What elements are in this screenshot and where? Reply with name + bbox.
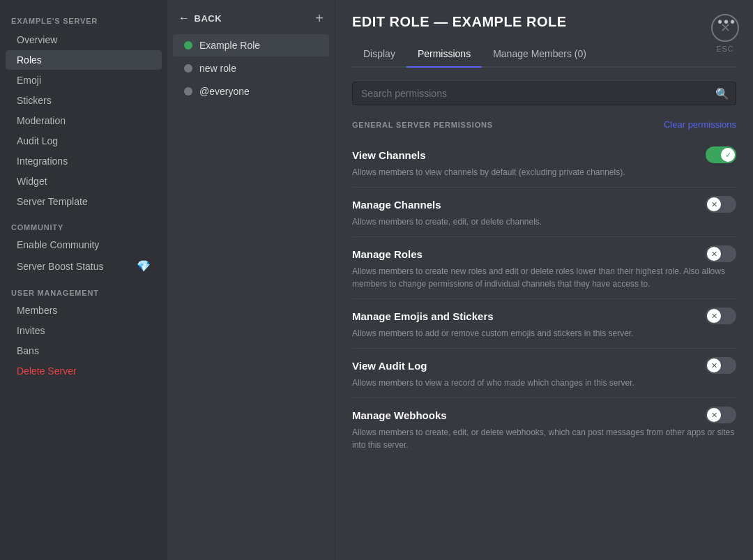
section-title: General Server Permissions [352,121,493,129]
role-name: Example Role [199,40,260,51]
check-icon: ✓ [725,151,731,160]
x-icon: ✕ [711,250,717,259]
sidebar-item-enable-community[interactable]: Enable Community [6,235,162,255]
sidebar-item-members[interactable]: Members [6,301,162,320]
boost-icon: 💎 [137,259,151,273]
perm-row-manage-roles: Manage Roles ✕ Allows members to create … [352,237,736,299]
search-box: 🔍 [352,82,736,105]
role-dot [184,64,192,73]
server-name: Example's Server [0,11,167,29]
sidebar-item-server-boost[interactable]: Server Boost Status 💎 [6,255,162,277]
perm-desc: Allows members to add or remove custom e… [352,327,736,340]
sidebar-item-audit-log[interactable]: Audit Log [6,131,162,151]
perm-desc: Allows members to create new roles and e… [352,265,736,290]
toggle-manage-channels[interactable]: ✕ [706,196,736,213]
middle-panel: ← Back + Example Role new role @everyone [167,0,335,560]
role-dot [184,87,192,96]
role-dot [184,41,192,50]
perm-desc: Allows members to view a record of who m… [352,377,736,389]
middle-header: ← Back + [167,0,335,33]
add-role-button[interactable]: + [315,11,324,25]
perm-top: Manage Emojis and Stickers ✕ [352,308,736,324]
toggle-manage-roles[interactable]: ✕ [706,245,736,262]
role-name: @everyone [199,86,250,97]
main-content: Edit Role — Example Role ••• Display Per… [335,0,753,560]
toggle-knob: ✕ [707,197,721,211]
toggle-knob: ✕ [707,247,721,261]
sidebar-item-invites[interactable]: Invites [6,321,162,340]
sidebar-item-bans[interactable]: Bans [6,341,162,361]
x-icon: ✕ [711,361,717,370]
back-button[interactable]: ← Back [178,12,222,24]
esc-button[interactable]: ✕ ESC [711,14,739,53]
tab-display[interactable]: Display [352,41,406,68]
toggle-manage-webhooks[interactable]: ✕ [706,407,736,423]
perm-name: Manage Channels [352,199,441,211]
toggle-view-channels[interactable]: ✓ [706,146,736,163]
esc-circle: ✕ [711,14,739,42]
sidebar-item-emoji[interactable]: Emoji [6,70,162,90]
sidebar-item-roles[interactable]: Roles [6,50,162,70]
edit-role-title: Edit Role — Example Role [352,14,567,30]
perm-top: View Channels ✓ [352,146,736,163]
toggle-knob: ✕ [707,408,721,422]
sidebar-item-stickers[interactable]: Stickers [6,91,162,110]
toggle-manage-emojis[interactable]: ✕ [706,308,736,324]
toggle-knob: ✕ [707,358,721,372]
perm-row-view-audit-log: View Audit Log ✕ Allows members to view … [352,349,736,398]
sidebar-item-moderation[interactable]: Moderation [6,111,162,130]
main-header: Edit Role — Example Role ••• [352,14,736,30]
perm-name: Manage Roles [352,248,423,260]
user-management-section-label: User Management [0,278,167,300]
sidebar-item-server-template[interactable]: Server Template [6,192,162,211]
perm-name: Manage Emojis and Stickers [352,310,494,322]
permissions-section: General Server Permissions Clear permiss… [352,119,736,460]
role-item-everyone[interactable]: @everyone [173,80,329,103]
perm-top: View Audit Log ✕ [352,357,736,374]
toggle-knob: ✓ [721,148,735,162]
perm-row-manage-webhooks: Manage Webhooks ✕ Allows members to crea… [352,398,736,460]
sidebar: Example's Server Overview Roles Emoji St… [0,0,167,560]
perm-top: Manage Webhooks ✕ [352,407,736,423]
tabs: Display Permissions Manage Members (0) [352,41,736,68]
x-icon: ✕ [711,312,717,321]
role-name: new role [199,63,236,74]
role-item-example[interactable]: Example Role [173,34,329,56]
search-icon: 🔍 [715,87,729,100]
toggle-view-audit-log[interactable]: ✕ [706,357,736,374]
search-input[interactable] [352,82,736,105]
back-arrow-icon: ← [178,12,190,24]
perm-desc: Allows members to create, edit, or delet… [352,426,736,451]
tab-manage-members[interactable]: Manage Members (0) [482,41,598,68]
sidebar-item-overview[interactable]: Overview [6,30,162,50]
perm-desc: Allows members to create, edit, or delet… [352,215,736,228]
tab-permissions[interactable]: Permissions [406,41,482,68]
x-icon: ✕ [711,200,717,209]
sidebar-item-delete-server[interactable]: Delete Server [6,361,162,381]
x-icon: ✕ [711,411,717,420]
sidebar-item-integrations[interactable]: Integrations [6,151,162,171]
perm-row-manage-emojis: Manage Emojis and Stickers ✕ Allows memb… [352,299,736,349]
esc-label: ESC [716,45,733,53]
sidebar-item-widget[interactable]: Widget [6,172,162,191]
perm-name: Manage Webhooks [352,409,447,421]
perm-row-view-channels: View Channels ✓ Allows members to view c… [352,138,736,188]
section-header: General Server Permissions Clear permiss… [352,119,736,130]
perm-name: View Channels [352,149,426,161]
community-section-label: Community [0,212,167,234]
toggle-knob: ✕ [707,309,721,323]
perm-name: View Audit Log [352,360,427,372]
clear-permissions-button[interactable]: Clear permissions [664,119,736,130]
role-item-new[interactable]: new role [173,57,329,80]
perm-top: Manage Channels ✕ [352,196,736,213]
perm-desc: Allows members to view channels by defau… [352,166,736,179]
perm-row-manage-channels: Manage Channels ✕ Allows members to crea… [352,188,736,237]
perm-top: Manage Roles ✕ [352,245,736,262]
